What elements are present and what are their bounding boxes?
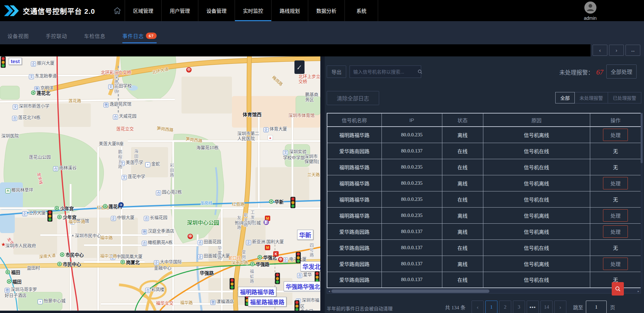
map-label: 宿漾福酒店 [210,299,234,305]
cell-reason: 信号机离线 [483,127,590,143]
cell-ip: 80.0.0.235 [381,127,442,143]
traffic-light-icon[interactable] [296,252,301,263]
page-3[interactable]: 3 [513,301,525,313]
cell-action: 处理 [590,175,641,191]
map-label: 深圳市人民政府 [5,243,36,248]
home-icon[interactable] [113,6,122,15]
nav-item-4[interactable]: 实时监控 [235,0,271,21]
page-2[interactable]: 2 [499,301,511,313]
map-label: 华富路 [216,246,222,261]
page-ellipsis[interactable]: ••• [527,301,539,313]
nav-item-5[interactable]: 路线规划 [271,0,308,21]
map-label: 企田面城市大厦 [198,253,230,259]
traffic-light-icon[interactable] [294,300,299,311]
tab-badge: 67 [146,33,157,39]
scrollbar-thumb[interactable] [331,289,489,293]
traffic-light-icon[interactable] [230,278,235,289]
map-edit-button[interactable] [294,60,305,74]
mc-poi-icon: M [265,245,270,250]
bank-poi-icon: 中 [188,234,193,239]
column-header: IP [381,113,442,127]
map-label: 海馨苑10栋 [196,145,218,150]
map-label: 文深圳实验 学校中学部 [283,149,307,160]
map-marker-overlay[interactable]: 福星路福景路 [248,297,286,307]
map-label: 莲花山公园 [29,154,51,160]
map-marker-overlay[interactable]: 华发北 [300,261,320,271]
map-label: •金蛇 [145,161,160,167]
map-poi-icon: 企 [22,211,27,216]
handle-all-button[interactable]: 全部处理 [606,64,637,79]
map-poi-icon: 宿 [210,300,215,305]
filter-2[interactable]: 未处理报警 [574,92,608,103]
tab-4[interactable]: 事件日志67 [122,32,157,43]
panel-next-button[interactable]: › [609,45,624,56]
nav-item-2[interactable]: 用户管理 [161,0,198,21]
map-canvas[interactable]: 企振兴大厦文东龙跆拳道宿京明洋北环彩田立交桥文彩田学校文深圳市新莲小学合莲花北7… [0,56,320,311]
nav-item-1[interactable]: 区域管理 [125,0,161,21]
page-14[interactable]: 14 [540,301,553,313]
handle-button[interactable]: 处理 [603,209,628,222]
panel-resize-button[interactable]: ↔ [626,45,640,56]
metro-station-icon: 少年宫 [54,205,74,212]
traffic-light-icon[interactable] [47,210,52,222]
scroll-left-icon[interactable]: ◂ [327,289,331,293]
user-menu[interactable]: admin [579,1,601,21]
horizontal-scrollbar[interactable]: ◂ ▸ [327,289,641,294]
nav-item-7[interactable]: 系统 [345,0,378,21]
map-poi-icon: 企 [283,258,288,263]
table-search-button[interactable] [612,282,624,296]
page-next[interactable]: › [554,301,566,313]
handle-button[interactable]: 处理 [603,225,628,238]
map-label: 鹏程五路 [117,150,122,169]
map-poi-icon: 合 [145,288,150,293]
cell-name: 爱华路南园路 [327,239,381,256]
nav-item-6[interactable]: 数据分析 [308,0,345,21]
traffic-light-icon[interactable] [275,273,280,284]
map-marker-overlay[interactable]: test [9,58,22,65]
search-input[interactable] [350,69,417,75]
panel-prev-button[interactable]: ‹ [593,45,607,56]
handle-button[interactable]: 处理 [603,258,628,270]
metro-station-icon: 岗厦北 [120,259,140,265]
bank-poi-icon: 中 [278,257,283,262]
filter-1[interactable]: 全部 [555,92,575,103]
cell-action: 无 [590,239,641,256]
export-button[interactable]: 导出 [327,65,346,78]
nav-item-3[interactable]: 设备管理 [198,0,235,21]
scroll-right-icon[interactable]: ▸ [636,289,641,293]
search-icon[interactable] [417,69,422,74]
table-row: 福明路福华路80.0.0.235离线信号机离线处理 [327,207,641,223]
traffic-light-icon[interactable] [1,56,6,68]
map-poi-icon: 合 [144,216,149,221]
handle-button[interactable]: 处理 [603,177,628,189]
map-marker-overlay[interactable]: 华强路华强北 [284,281,320,291]
map-label: 木椰风林草坪 [5,187,33,193]
page-1[interactable]: 1 [485,301,497,313]
map-poi-icon: 企 [154,260,159,265]
map-poi-icon: 合 [156,190,161,195]
cell-action: 处理 [590,127,641,143]
map-label: 深圳医院 [1,133,19,138]
cell-name: 爱华路南园路 [327,143,381,159]
table-row: 福明路福华路80.0.0.235在线信号机在线无 [327,191,641,207]
map-poi-icon: 合 [142,241,147,246]
tab-1[interactable]: 设备视图 [7,32,29,43]
map-marker-overlay[interactable]: 华新 [297,230,313,240]
map-marker-overlay[interactable]: 福明路福华路 [238,287,276,297]
cell-status: 在线 [442,239,483,256]
clear-logs-button[interactable]: 清除全部日志 [327,91,379,105]
vertical-scrollbar[interactable] [641,113,643,289]
vscroll-thumb[interactable] [641,113,643,163]
app-logo: 交通信号控制平台 2.0 [0,5,95,16]
tab-2[interactable]: 手控联动 [46,32,67,43]
handle-button[interactable]: 处理 [603,129,628,141]
page-prev[interactable]: ‹ [472,301,484,313]
jump-page-input[interactable] [586,301,607,313]
table-row: 爱华路南园路80.0.0.137离线信号机离线处理 [327,256,641,272]
filter-3[interactable]: 已处理报警 [608,92,641,103]
traffic-light-icon[interactable] [315,271,320,283]
tab-3[interactable]: 车检信息 [84,32,106,43]
cell-ip: 80.0.0.137 [381,239,442,256]
metro-station-icon: 市民中心 [60,251,84,258]
traffic-light-icon[interactable] [290,197,295,208]
